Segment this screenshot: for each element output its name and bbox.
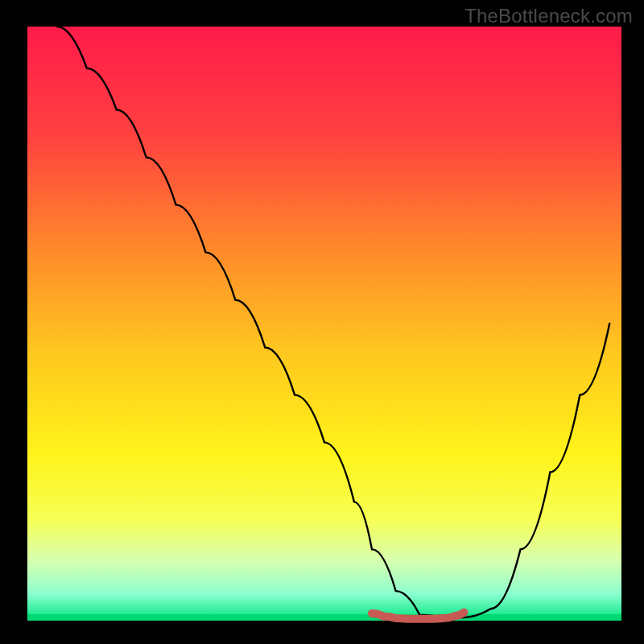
chart-stage: TheBottleneck.com	[0, 0, 644, 644]
watermark-text: TheBottleneck.com	[464, 5, 633, 27]
plot-area	[27, 27, 621, 621]
baseline-band	[27, 614, 621, 621]
bottleneck-chart	[0, 0, 644, 644]
